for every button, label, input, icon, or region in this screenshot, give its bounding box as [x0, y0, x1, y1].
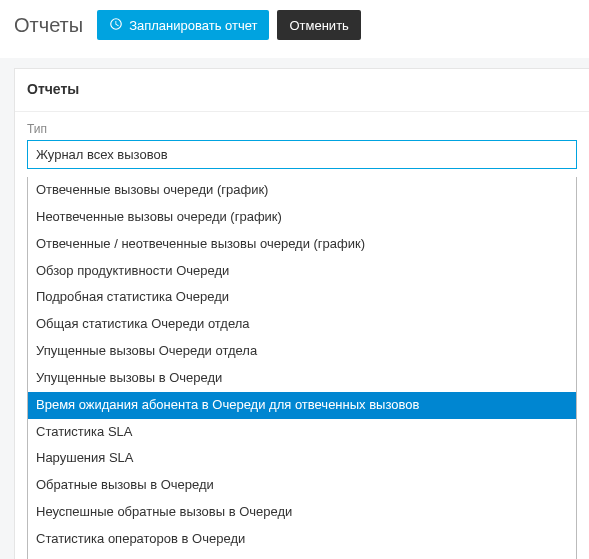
type-field: Тип Журнал всех вызовов [15, 112, 589, 177]
dropdown-option[interactable]: Неуспешные обратные вызовы в Очереди [28, 499, 576, 526]
clock-icon [109, 17, 123, 34]
dropdown-option[interactable]: Статистика SLA [28, 419, 576, 446]
dropdown-option[interactable]: Неотвеченные вызовы очереди (график) [28, 204, 576, 231]
reports-panel: Отчеты Тип Журнал всех вызовов Отвеченны… [14, 68, 589, 559]
type-label: Тип [27, 122, 577, 136]
dropdown-option[interactable]: Упущенные вызовы Очереди отдела [28, 338, 576, 365]
dropdown-option[interactable]: Статистика операторов в Очереди [28, 526, 576, 553]
dropdown-option[interactable]: Время ожидания абонента в Очереди для от… [28, 392, 576, 419]
cancel-button[interactable]: Отменить [277, 10, 360, 40]
dropdown-option[interactable]: Упущенные вызовы в Очереди [28, 365, 576, 392]
schedule-report-label: Запланировать отчет [129, 18, 257, 33]
dropdown-option[interactable]: Нарушения SLA [28, 445, 576, 472]
type-dropdown: Отвеченные вызовы очереди (график)Неотве… [27, 177, 577, 559]
dropdown-option[interactable]: Обзор продуктивности Очереди [28, 258, 576, 285]
dropdown-option[interactable]: Общая статистика Очереди отдела [28, 311, 576, 338]
dropdown-option[interactable]: Подробная статистика Очереди [28, 284, 576, 311]
dropdown-option[interactable]: Отвеченные вызовы очереди (график) [28, 177, 576, 204]
dropdown-option[interactable]: История подключений операторов [28, 553, 576, 559]
top-bar: Отчеты Запланировать отчет Отменить [0, 0, 589, 58]
dropdown-option[interactable]: Отвеченные / неотвеченные вызовы очереди… [28, 231, 576, 258]
page-title: Отчеты [14, 14, 83, 37]
panel-title: Отчеты [15, 69, 589, 112]
cancel-label: Отменить [289, 18, 348, 33]
dropdown-option[interactable]: Обратные вызовы в Очереди [28, 472, 576, 499]
schedule-report-button[interactable]: Запланировать отчет [97, 10, 269, 40]
type-select[interactable]: Журнал всех вызовов [27, 140, 577, 169]
